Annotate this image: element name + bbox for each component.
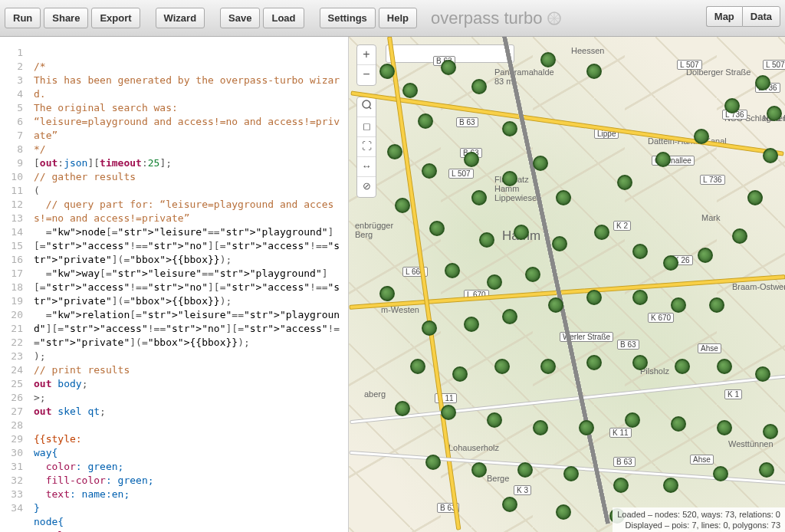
result-marker[interactable]	[533, 420, 548, 435]
result-marker[interactable]	[632, 290, 648, 305]
result-marker[interactable]	[548, 297, 563, 313]
result-marker[interactable]	[379, 286, 395, 301]
result-marker[interactable]	[479, 232, 494, 248]
result-marker[interactable]	[586, 64, 602, 79]
run-button[interactable]: Run	[5, 8, 41, 28]
settings-button[interactable]: Settings	[320, 8, 376, 28]
result-marker[interactable]	[402, 83, 418, 98]
result-marker[interactable]	[594, 225, 609, 240]
share-button[interactable]: Share	[44, 8, 88, 28]
result-marker[interactable]	[747, 190, 763, 205]
result-marker[interactable]	[502, 309, 517, 324]
clear-button[interactable]: ⊘	[357, 177, 376, 197]
result-marker[interactable]	[487, 274, 502, 290]
road-shield: L 507	[763, 60, 785, 70]
result-marker[interactable]	[717, 420, 732, 435]
road-shield: L 507	[448, 169, 474, 179]
locate-button[interactable]	[357, 97, 376, 117]
result-marker[interactable]	[464, 317, 479, 332]
result-marker[interactable]	[755, 366, 770, 382]
code-body[interactable]: /* This has been generated by the overpa…	[28, 37, 348, 532]
bbox-button[interactable]: ◻	[357, 117, 376, 137]
result-marker[interactable]	[579, 420, 594, 435]
result-marker[interactable]	[395, 198, 410, 213]
result-marker[interactable]	[514, 225, 529, 240]
result-marker[interactable]	[717, 359, 732, 374]
load-button[interactable]: Load	[263, 8, 304, 28]
result-marker[interactable]	[379, 64, 395, 79]
result-marker[interactable]	[732, 228, 747, 244]
road-shield: L 736	[700, 175, 725, 185]
result-marker[interactable]	[586, 355, 602, 370]
result-marker[interactable]	[556, 504, 571, 520]
result-marker[interactable]	[540, 52, 556, 67]
result-marker[interactable]	[671, 297, 686, 313]
result-marker[interactable]	[471, 190, 487, 205]
toggle-data-button[interactable]: ↔	[357, 157, 376, 177]
road-shield: Ahse	[690, 455, 714, 465]
export-button[interactable]: Export	[91, 8, 140, 28]
result-marker[interactable]	[441, 60, 456, 75]
result-marker[interactable]	[563, 466, 579, 481]
result-marker[interactable]	[763, 424, 778, 439]
save-button[interactable]: Save	[220, 8, 260, 28]
result-marker[interactable]	[502, 121, 517, 136]
result-marker[interactable]	[502, 497, 517, 512]
result-marker[interactable]	[724, 98, 740, 113]
result-marker[interactable]	[655, 152, 671, 167]
result-marker[interactable]	[556, 190, 571, 205]
code-editor[interactable]: 1234567891011121314151617181920212223242…	[0, 37, 349, 532]
town-label: Braam-Ostwennemar	[732, 282, 785, 291]
result-marker[interactable]	[632, 355, 648, 370]
result-marker[interactable]	[663, 255, 678, 271]
result-marker[interactable]	[713, 466, 728, 481]
result-marker[interactable]	[487, 412, 502, 428]
result-marker[interactable]	[464, 152, 479, 167]
result-marker[interactable]	[767, 106, 782, 121]
result-marker[interactable]	[410, 359, 425, 374]
result-marker[interactable]	[759, 462, 774, 478]
result-marker[interactable]	[387, 144, 402, 159]
help-button[interactable]: Help	[379, 8, 417, 28]
result-marker[interactable]	[395, 401, 410, 416]
result-marker[interactable]	[452, 366, 468, 382]
result-marker[interactable]	[709, 297, 724, 313]
result-marker[interactable]	[663, 478, 678, 493]
zoom-out-button[interactable]: −	[357, 65, 376, 85]
wizard-button[interactable]: Wizard	[156, 8, 205, 28]
result-marker[interactable]	[533, 156, 548, 171]
result-marker[interactable]	[632, 244, 648, 259]
fullscreen-button[interactable]: ⛶	[357, 137, 376, 157]
result-marker[interactable]	[471, 462, 487, 478]
result-marker[interactable]	[422, 163, 437, 179]
result-marker[interactable]	[502, 171, 517, 186]
result-marker[interactable]	[441, 405, 456, 420]
result-marker[interactable]	[755, 75, 770, 90]
view-map-button[interactable]: Map	[706, 6, 742, 27]
result-marker[interactable]	[625, 412, 640, 428]
result-marker[interactable]	[425, 455, 441, 470]
zoom-control: + −	[356, 44, 376, 86]
result-marker[interactable]	[586, 290, 602, 305]
result-marker[interactable]	[540, 359, 556, 374]
result-marker[interactable]	[422, 320, 437, 336]
result-marker[interactable]	[675, 359, 690, 374]
result-marker[interactable]	[552, 236, 567, 251]
result-marker[interactable]	[698, 248, 713, 263]
result-marker[interactable]	[525, 267, 540, 282]
result-marker[interactable]	[494, 359, 510, 374]
result-marker[interactable]	[517, 462, 533, 478]
result-marker[interactable]	[613, 478, 629, 493]
result-marker[interactable]	[429, 221, 445, 236]
result-marker[interactable]	[671, 416, 686, 432]
view-data-button[interactable]: Data	[742, 6, 780, 27]
result-marker[interactable]	[418, 113, 433, 129]
road	[350, 374, 785, 425]
result-marker[interactable]	[617, 175, 632, 190]
map-view[interactable]: + − ◻ ⛶ ↔ ⊘ HammHeessenPanoramahalde 83 …	[349, 37, 785, 532]
zoom-in-button[interactable]: +	[357, 45, 376, 65]
result-marker[interactable]	[763, 148, 778, 163]
result-marker[interactable]	[445, 263, 460, 278]
result-marker[interactable]	[471, 79, 487, 94]
result-marker[interactable]	[694, 129, 709, 144]
